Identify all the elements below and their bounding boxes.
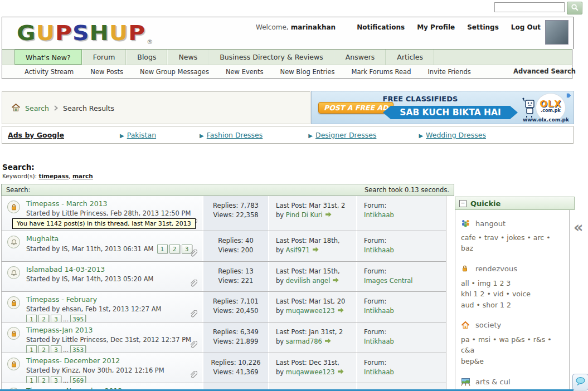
last-poster-link[interactable]: muqawwee123 xyxy=(286,307,335,315)
adchoices-icon[interactable] xyxy=(566,92,572,99)
thread-title-link[interactable]: Timepass-Jan 2013 xyxy=(26,326,199,334)
google-ad-link[interactable]: ▶Fashion Dresses xyxy=(200,131,263,139)
replies-count: Replies: 40 xyxy=(203,236,268,246)
logo-letter: U xyxy=(36,21,55,45)
forum-link[interactable]: Intikhaab xyxy=(364,211,446,220)
lock-icon xyxy=(7,327,20,340)
ad-banner[interactable]: POST A FREE AD FREE CLASSIFIEDS SAB KUCH… xyxy=(311,91,574,124)
ad-post-button[interactable]: POST A FREE AD xyxy=(318,102,393,114)
tab-news[interactable]: News xyxy=(167,50,208,65)
search-button[interactable] xyxy=(567,2,582,14)
chat-button[interactable] xyxy=(572,374,588,390)
google-ad-link[interactable]: ▶Pakistan xyxy=(120,131,156,139)
quickie-section-title[interactable]: arts & cul xyxy=(475,378,511,386)
forum-label: Forum: xyxy=(364,267,446,276)
last-poster-link[interactable]: Pind Di Kuri xyxy=(286,211,323,219)
breadcrumb-search-link[interactable]: Search xyxy=(25,104,49,113)
user-link-settings[interactable]: Settings xyxy=(467,23,499,31)
subnav-new-posts[interactable]: New Posts xyxy=(90,68,123,76)
page-number-button[interactable]: 3 xyxy=(51,345,61,353)
quickie-room-links[interactable]: all • img 1 2 3 xyxy=(461,278,563,289)
last-poster-link[interactable]: muqawwee123 xyxy=(286,368,335,376)
tab-articles[interactable]: Articles xyxy=(386,50,434,65)
google-ad-link[interactable]: ▶Designer Dresses xyxy=(308,131,376,139)
page-number-button[interactable]: 3 xyxy=(51,376,61,383)
page-number-button[interactable]: 1 xyxy=(26,345,37,353)
page-number-button[interactable]: 1 xyxy=(26,376,37,383)
views-count: Views: 41,369 xyxy=(203,368,268,377)
page-number-button[interactable]: 2 xyxy=(38,345,49,353)
last-post-date: Last Post: Mar 1st, 20 xyxy=(276,297,356,306)
keyword-link[interactable]: timepass xyxy=(38,173,69,179)
goto-last-post-icon[interactable] xyxy=(325,211,332,219)
page-number-button[interactable]: 3 xyxy=(51,315,61,322)
thread-title-link[interactable]: Mughalta xyxy=(26,234,199,243)
site-logo[interactable]: GUPSHUP® xyxy=(17,21,153,46)
subnav-invite-friends[interactable]: Invite Friends xyxy=(427,68,470,76)
sidebar-header[interactable]: − Quickie xyxy=(455,197,575,210)
bell-icon xyxy=(7,266,20,279)
search-input[interactable] xyxy=(494,2,565,12)
logo-letter: S xyxy=(72,21,90,45)
quickie-section-title[interactable]: hangout xyxy=(475,219,506,228)
subnav-activity-stream[interactable]: Activity Stream xyxy=(25,68,74,76)
forum-link[interactable]: Intikhaab xyxy=(364,306,446,316)
thread-title-link[interactable]: Timepass - February xyxy=(26,295,199,304)
user-link-my-profile[interactable]: My Profile xyxy=(417,23,455,31)
quickie-section-title[interactable]: rendezvous xyxy=(475,265,517,273)
quickie-room-links[interactable]: bep&e xyxy=(461,356,563,366)
subnav-mark-forums-read[interactable]: Mark Forums Read xyxy=(351,68,411,76)
username-link[interactable]: marinakhan xyxy=(291,23,336,31)
page-number-button[interactable]: 395 xyxy=(70,315,86,322)
quickie-section-title[interactable]: society xyxy=(475,321,501,329)
home-icon[interactable] xyxy=(11,103,21,114)
google-ad-link[interactable]: ▶Wedding Dresses xyxy=(419,131,486,139)
thread-title-link[interactable]: Timepass - March 2013 xyxy=(26,199,199,208)
thread-started-by: Started by IS, Mar 11th, 2013 06:31 AM xyxy=(26,245,154,253)
avatar[interactable] xyxy=(545,20,568,45)
thread-title-link[interactable]: Timepass- December 2012 xyxy=(26,356,199,365)
thread-title-cell: Timepass - FebruaryStarted by ehsan, Feb… xyxy=(2,292,202,322)
thread-started-by: Started by Little Princess, Dec 31st, 20… xyxy=(26,336,191,344)
subnav-new-events[interactable]: New Events xyxy=(226,68,264,76)
page-number-button[interactable]: 1 xyxy=(157,245,168,253)
last-poster-link[interactable]: sarmad786 xyxy=(286,338,322,345)
user-link-log-out[interactable]: Log Out xyxy=(511,23,541,31)
last-post-cell: Last Post: Mar 18th,by Asif971 xyxy=(268,231,356,261)
page-number-button[interactable]: 1 xyxy=(26,315,37,322)
quickie-room-links[interactable]: pa • msi • wa p&s • r&s • c&a xyxy=(461,334,563,356)
sidebar-collapse-chevrons[interactable]: « xyxy=(574,218,583,236)
goto-last-post-icon[interactable] xyxy=(338,307,344,315)
page-number-button[interactable]: 2 xyxy=(38,315,49,322)
quickie-room-links[interactable]: khl 1 2 • vid • voice xyxy=(461,289,563,299)
tab-business-directory-reviews[interactable]: Business Directory & Reviews xyxy=(208,50,334,65)
tab-blogs[interactable]: Blogs xyxy=(126,50,167,65)
quickie-room-links[interactable]: aud • shor 1 2 xyxy=(461,300,563,310)
goto-last-post-icon[interactable] xyxy=(333,277,339,285)
subnav-new-group-messages[interactable]: New Group Messages xyxy=(140,68,209,76)
forum-link[interactable]: Intikhaab xyxy=(364,246,446,255)
user-link-notifications[interactable]: Notifications xyxy=(357,23,405,31)
goto-last-post-icon[interactable] xyxy=(325,338,331,345)
page-number-button[interactable]: 2 xyxy=(169,245,180,253)
advanced-search-link[interactable]: Advanced Search xyxy=(513,67,576,75)
goto-last-post-icon[interactable] xyxy=(338,368,344,376)
last-poster-link[interactable]: devilish angel xyxy=(286,277,331,285)
forum-link[interactable]: Images Central xyxy=(364,276,446,286)
goto-last-post-icon[interactable] xyxy=(313,246,319,254)
last-poster-link[interactable]: Asif971 xyxy=(286,246,310,254)
quickie-room-links[interactable]: cafe • trav • jokes • arc • baz xyxy=(461,232,563,254)
tab-what-s-new-[interactable]: What's New? xyxy=(14,50,82,65)
thread-title-link[interactable]: Islamabad 14-03-2013 xyxy=(26,265,199,273)
keyword-link[interactable]: march xyxy=(72,173,93,179)
forum-link[interactable]: Intikhaab xyxy=(364,368,446,377)
page-number-button[interactable]: 2 xyxy=(38,376,49,383)
tab-answers[interactable]: Answers xyxy=(334,50,386,65)
page-number-button[interactable]: 569 xyxy=(70,376,86,383)
collapse-minus-icon[interactable]: − xyxy=(459,200,466,207)
subnav-new-blog-entries[interactable]: New Blog Entries xyxy=(280,68,335,76)
tab-forum[interactable]: Forum xyxy=(82,50,127,65)
ad-arrow-icon: ▶ xyxy=(200,133,204,139)
page-number-button[interactable]: 353 xyxy=(70,345,86,353)
forum-link[interactable]: Intikhaab xyxy=(364,337,446,346)
